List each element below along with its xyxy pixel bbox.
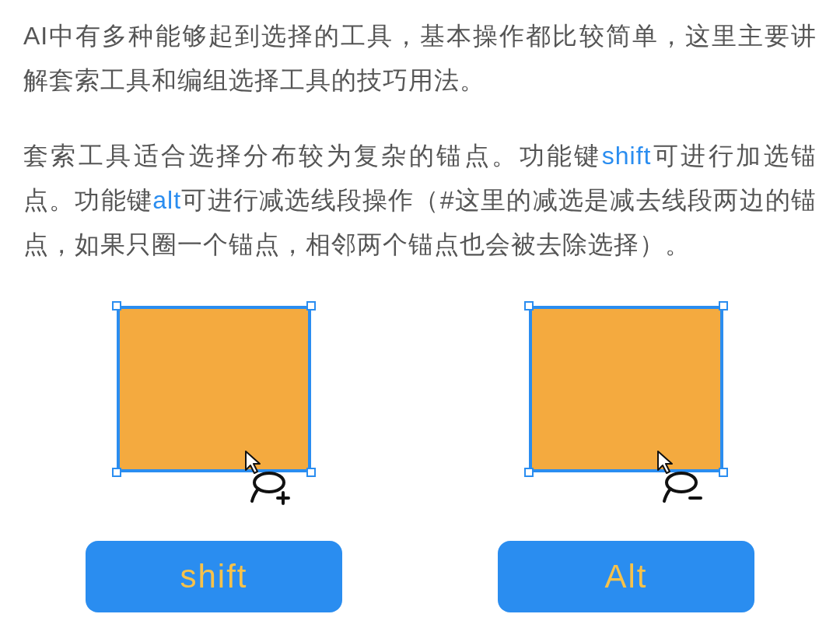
handle-top-left	[524, 301, 534, 310]
selection-rectangle	[529, 306, 723, 472]
shift-key-label: shift	[180, 558, 247, 595]
alt-column: Alt	[436, 298, 817, 612]
lasso-subtract-cursor-icon	[655, 450, 711, 506]
handle-bottom-left	[112, 468, 121, 477]
handle-top-right	[719, 301, 728, 310]
shift-link[interactable]: shift	[602, 142, 652, 170]
shift-key-button[interactable]: shift	[86, 541, 342, 612]
alt-selection-illustration	[521, 298, 731, 508]
p2-text-a: 套索工具适合选择分布较为复杂的锚点。功能键	[23, 142, 602, 170]
shift-selection-illustration	[109, 298, 319, 508]
alt-link[interactable]: alt	[152, 186, 181, 214]
alt-key-button[interactable]: Alt	[498, 541, 754, 612]
shift-column: shift	[23, 298, 404, 612]
selection-rectangle	[117, 306, 311, 472]
diagram-row: shift Alt	[23, 298, 817, 612]
handle-top-left	[112, 301, 121, 310]
intro-paragraph-1: AI中有多种能够起到选择的工具，基本操作都比较简单，这里主要讲解套索工具和编组选…	[23, 14, 817, 103]
alt-key-label: Alt	[604, 558, 647, 595]
handle-bottom-right	[719, 468, 728, 477]
lasso-add-cursor-icon	[243, 450, 299, 506]
handle-top-right	[306, 301, 316, 310]
handle-bottom-left	[524, 468, 534, 477]
p1-text: AI中有多种能够起到选择的工具，基本操作都比较简单，这里主要讲解套索工具和编组选…	[23, 22, 817, 94]
handle-bottom-right	[306, 468, 316, 477]
intro-paragraph-2: 套索工具适合选择分布较为复杂的锚点。功能键shift可进行加选锚点。功能键alt…	[23, 134, 817, 267]
